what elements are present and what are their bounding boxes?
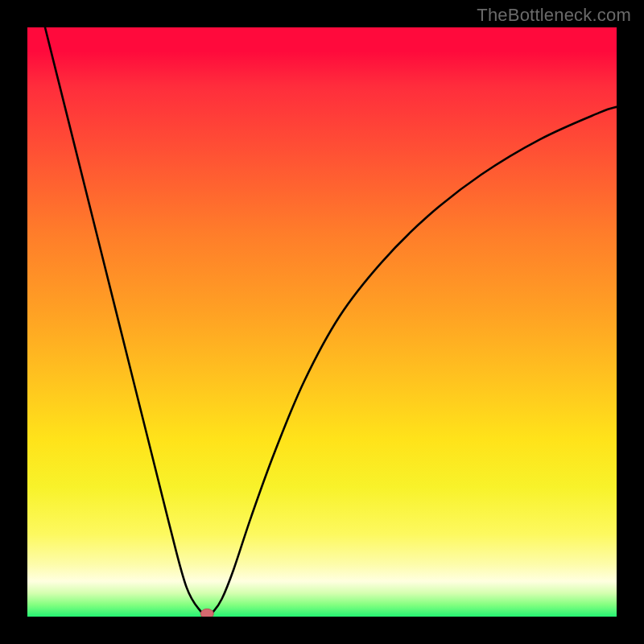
- chart-svg: [27, 27, 617, 617]
- optimal-point-marker: [200, 609, 213, 617]
- chart-frame: TheBottleneck.com: [0, 0, 644, 644]
- bottleneck-curve: [45, 27, 617, 616]
- plot-area: [27, 27, 617, 617]
- watermark-text: TheBottleneck.com: [477, 5, 631, 26]
